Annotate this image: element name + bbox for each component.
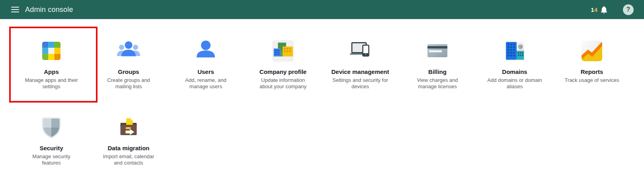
- menu-icon[interactable]: [11, 7, 19, 12]
- tile-row-2: Security Manage security features: [0, 115, 644, 166]
- shield-icon: [39, 115, 63, 139]
- tile-description: Create groups and mailing lists: [107, 77, 150, 90]
- user-person-icon: [194, 39, 218, 63]
- tile-row-1: Apps Manage apps and their settings: [0, 39, 644, 90]
- tile-title: Billing: [428, 68, 447, 76]
- tile-description: Manage security features: [32, 153, 70, 166]
- main-content: Apps Manage apps and their settings: [0, 19, 644, 166]
- tile-description: Import email, calendar and contacts: [103, 153, 154, 166]
- tile-apps[interactable]: Apps Manage apps and their settings: [13, 39, 90, 90]
- tile-description: Settings and security for devices: [332, 77, 388, 90]
- apps-grid-icon: [39, 39, 63, 63]
- tile-reports[interactable]: Reports Track usage of services: [553, 39, 630, 90]
- svg-text:@: @: [518, 43, 523, 49]
- tile-domains[interactable]: @ Domains Add domains or domain aliases: [476, 39, 553, 90]
- tile-description: Add domains or domain aliases: [487, 77, 542, 90]
- tile-data-migration[interactable]: Data migration Import email, calendar an…: [90, 115, 167, 166]
- app-title: Admin console: [25, 6, 73, 14]
- tile-users[interactable]: Users Add, rename, and manage users: [167, 39, 244, 90]
- tile-title: Domains: [502, 68, 527, 76]
- tile-title: Data migration: [107, 145, 149, 152]
- tile-title: Users: [197, 68, 214, 76]
- domain-building-icon: @: [503, 39, 527, 63]
- tile-title: Apps: [44, 68, 59, 76]
- notifications-button[interactable]: 1 4: [591, 5, 609, 14]
- tile-device-management[interactable]: Device management Settings and security …: [322, 39, 399, 90]
- migration-box-icon: [117, 115, 141, 139]
- tile-description: Add, rename, and manage users: [185, 77, 226, 90]
- tile-company-profile[interactable]: Company profile Update information about…: [244, 39, 322, 90]
- tile-title: Device management: [331, 68, 389, 76]
- question-mark-icon: ?: [626, 6, 630, 13]
- area-chart-icon: [580, 39, 604, 63]
- help-button[interactable]: ?: [623, 4, 634, 15]
- notification-count-digit: 4: [594, 7, 597, 13]
- company-buildings-icon: [271, 39, 295, 63]
- tile-groups[interactable]: Groups Create groups and mailing lists: [90, 39, 167, 90]
- tile-billing[interactable]: Billing View charges and manage licenses: [399, 39, 476, 90]
- tile-title: Company profile: [260, 68, 306, 76]
- tile-description: View charges and manage licenses: [417, 77, 458, 90]
- tile-description: Track usage of services: [565, 77, 619, 83]
- tile-title: Reports: [581, 68, 603, 76]
- tile-title: Groups: [118, 68, 139, 76]
- tile-title: Security: [39, 145, 63, 152]
- groups-people-icon: [117, 39, 141, 63]
- credit-card-icon: [425, 39, 449, 63]
- bell-icon: [599, 5, 609, 14]
- tile-security[interactable]: Security Manage security features: [13, 115, 90, 166]
- tile-description: Update information about your company: [260, 77, 306, 90]
- tile-description: Manage apps and their settings: [25, 77, 78, 90]
- app-bar: Admin console 1 4 ?: [0, 0, 644, 19]
- laptop-phone-icon: [348, 39, 372, 63]
- notification-count: 1: [591, 7, 594, 13]
- admin-console-screen: Admin console 1 4 ?: [0, 0, 644, 190]
